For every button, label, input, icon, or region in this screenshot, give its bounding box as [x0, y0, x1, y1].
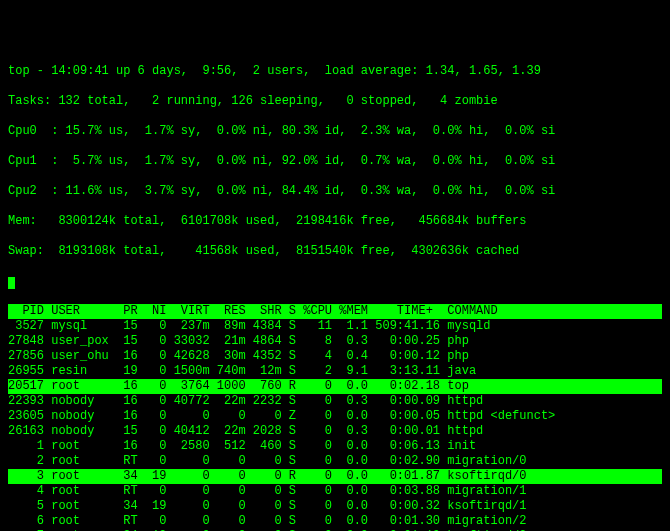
- summary-uptime: top - 14:09:41 up 6 days, 9:56, 2 users,…: [8, 64, 662, 79]
- summary-cpu1: Cpu1 : 5.7% us, 1.7% sy, 0.0% ni, 92.0% …: [8, 154, 662, 169]
- summary-tasks: Tasks: 132 total, 2 running, 126 sleepin…: [8, 94, 662, 109]
- process-row[interactable]: 22393 nobody 16 0 40772 22m 2232 S 0 0.3…: [8, 394, 662, 409]
- process-row[interactable]: 26163 nobody 15 0 40412 22m 2028 S 0 0.3…: [8, 424, 662, 439]
- process-row[interactable]: 26955 resin 19 0 1500m 740m 12m S 2 9.1 …: [8, 364, 662, 379]
- column-headers[interactable]: PID USER PR NI VIRT RES SHR S %CPU %MEM …: [8, 304, 662, 319]
- process-row[interactable]: 20517 root 16 0 3764 1000 760 R 0 0.0 0:…: [8, 379, 662, 394]
- process-row[interactable]: 27848 user_pox 15 0 33032 21m 4864 S 8 0…: [8, 334, 662, 349]
- process-row[interactable]: 2 root RT 0 0 0 0 S 0 0.0 0:02.90 migrat…: [8, 454, 662, 469]
- process-row[interactable]: 23605 nobody 16 0 0 0 0 Z 0 0.0 0:00.05 …: [8, 409, 662, 424]
- process-row[interactable]: 6 root RT 0 0 0 0 S 0 0.0 0:01.30 migrat…: [8, 514, 662, 529]
- process-list[interactable]: 3527 mysql 15 0 237m 89m 4384 S 11 1.1 5…: [8, 319, 662, 531]
- process-row[interactable]: 5 root 34 19 0 0 0 S 0 0.0 0:00.32 ksoft…: [8, 499, 662, 514]
- process-row[interactable]: 1 root 16 0 2580 512 460 S 0 0.0 0:06.13…: [8, 439, 662, 454]
- summary-swap: Swap: 8193108k total, 41568k used, 81515…: [8, 244, 662, 259]
- process-row[interactable]: 3 root 34 19 0 0 0 R 0 0.0 0:01.87 ksoft…: [8, 469, 662, 484]
- process-row[interactable]: 27856 user_ohu 16 0 42628 30m 4352 S 4 0…: [8, 349, 662, 364]
- process-row[interactable]: 4 root RT 0 0 0 0 S 0 0.0 0:03.88 migrat…: [8, 484, 662, 499]
- summary-mem: Mem: 8300124k total, 6101708k used, 2198…: [8, 214, 662, 229]
- cursor-icon: [8, 277, 15, 289]
- summary-cpu0: Cpu0 : 15.7% us, 1.7% sy, 0.0% ni, 80.3%…: [8, 124, 662, 139]
- summary-cpu2: Cpu2 : 11.6% us, 3.7% sy, 0.0% ni, 84.4%…: [8, 184, 662, 199]
- process-row[interactable]: 3527 mysql 15 0 237m 89m 4384 S 11 1.1 5…: [8, 319, 662, 334]
- input-line[interactable]: [8, 274, 662, 289]
